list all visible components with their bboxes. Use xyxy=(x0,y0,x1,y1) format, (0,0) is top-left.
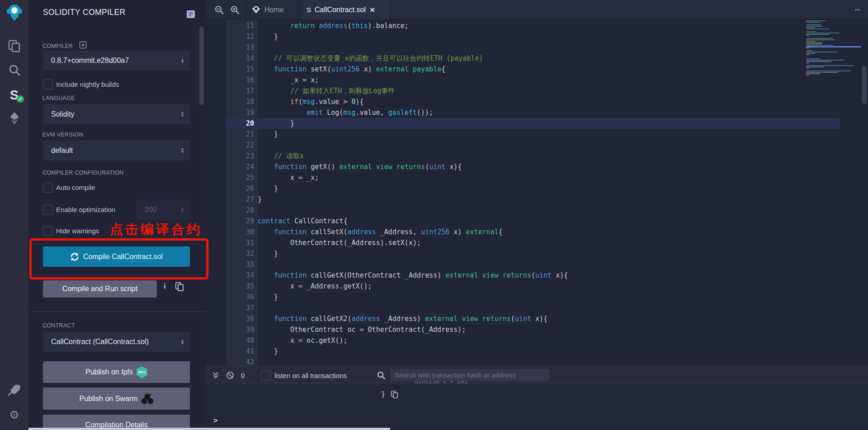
remix-logo-icon[interactable] xyxy=(0,3,28,23)
file-explorer-icon[interactable] xyxy=(0,40,28,52)
code-line[interactable]: 42 xyxy=(206,357,868,366)
code-line[interactable]: 21} xyxy=(206,129,868,140)
code-line[interactable]: 39OtherContract oc = OtherContract(_Addr… xyxy=(206,324,868,335)
compile-run-label: Compile and Run script xyxy=(62,285,137,293)
zoom-in-icon[interactable] xyxy=(231,5,240,16)
close-tab-icon[interactable]: × xyxy=(370,5,375,15)
plugin-manager-icon[interactable] xyxy=(0,383,28,396)
line-number: 22 xyxy=(226,140,254,151)
code-line[interactable]: 31OtherContract(_Address).setX(x); xyxy=(206,237,868,248)
code-editor[interactable]: 11return address(this).balance;12}1314//… xyxy=(206,19,868,366)
code-line[interactable]: 16_x = x; xyxy=(206,75,868,85)
clear-console-icon[interactable] xyxy=(226,367,234,384)
search-icon[interactable] xyxy=(0,64,28,76)
include-nightly-checkbox[interactable] xyxy=(43,80,53,90)
annotation-text: 点击编译合约 xyxy=(110,221,202,239)
code-line[interactable]: 38function callGetX2(address _Address) e… xyxy=(206,313,868,324)
code-line[interactable]: 19emit Log(msg.value, gasleft()); xyxy=(206,107,868,118)
info-icon[interactable]: i xyxy=(164,282,170,291)
publish-swarm-label: Publish on Swarm xyxy=(80,395,138,403)
evm-version-select[interactable]: default ▴▾ xyxy=(43,140,190,161)
evm-version-label: EVM VERSION xyxy=(42,132,83,138)
code-line[interactable]: 36} xyxy=(206,292,868,302)
minimap-line xyxy=(806,33,840,33)
solidity-file-icon: S xyxy=(307,6,311,14)
code-line[interactable]: 28 xyxy=(206,205,868,216)
swarm-cubes-icon xyxy=(142,393,153,404)
terminal-search-input[interactable] xyxy=(390,369,549,381)
code-line[interactable]: 26} xyxy=(206,183,868,194)
code-line[interactable]: 34function callGetX(OtherContract _Addre… xyxy=(206,270,868,281)
language-select[interactable]: Solidity ▴▾ xyxy=(43,104,190,124)
docs-icon[interactable] xyxy=(187,10,195,20)
code-line[interactable]: 29contract CallContract{ xyxy=(206,216,868,227)
publish-ipfs-button[interactable]: Publish on Ipfs IPFS xyxy=(43,361,190,383)
code-line[interactable]: 30function callSetX(address _Address, ui… xyxy=(206,227,868,237)
compiler-version-select[interactable]: 0.8.7+commit.e28d00a7 ▴▾ xyxy=(43,51,190,71)
expand-terminal-icon[interactable] xyxy=(212,367,219,384)
line-number: 42 xyxy=(226,357,254,366)
settings-gear-icon[interactable]: ⚙ xyxy=(0,408,28,421)
code-line[interactable]: 23// 读取x xyxy=(206,151,868,161)
code-line[interactable]: 24function getX() external view returns(… xyxy=(206,161,868,172)
auto-compile-checkbox[interactable] xyxy=(43,183,53,193)
hide-warnings-checkbox[interactable] xyxy=(43,226,53,236)
terminal-search-icon xyxy=(377,367,385,384)
listen-transactions-checkbox[interactable] xyxy=(261,371,271,381)
compiler-success-badge: ✓ xyxy=(17,95,24,103)
minimap-line xyxy=(806,62,809,63)
compiler-label: COMPILER xyxy=(42,43,73,49)
optimization-runs-input[interactable]: 200 ▴▾ xyxy=(137,199,190,220)
line-number: 40 xyxy=(226,335,254,346)
code-line[interactable]: 33 xyxy=(206,259,868,270)
code-line[interactable]: 20} xyxy=(206,118,868,129)
line-number: 33 xyxy=(226,259,254,270)
minimap-line xyxy=(806,53,816,54)
editor-scrollbar[interactable] xyxy=(862,66,867,104)
minimap-line xyxy=(806,47,809,48)
copy-output-icon[interactable] xyxy=(391,391,398,400)
line-number: 32 xyxy=(226,248,254,259)
code-line[interactable]: 15function setX(uint256 x) external paya… xyxy=(206,64,868,75)
bottom-scrollbar-strip[interactable] xyxy=(28,428,390,430)
code-line[interactable]: 14// 可以调整状态变量_x的函数，并且可以往合约转ETH (payable) xyxy=(206,53,868,64)
resize-panes-icon[interactable]: ↔ xyxy=(853,4,862,14)
zoom-out-icon[interactable] xyxy=(215,5,224,16)
solidity-compiler-icon[interactable]: S ✓ xyxy=(0,87,28,103)
code-line[interactable]: 22 xyxy=(206,140,868,151)
enable-optimization-checkbox[interactable] xyxy=(43,205,53,215)
add-compiler-icon[interactable]: + xyxy=(80,42,86,48)
terminal-prompt[interactable]: > xyxy=(213,416,218,425)
contract-select[interactable]: CallContract (CallContract.sol) ▴▾ xyxy=(43,332,190,352)
solidity-compiler-panel: SOLIDITY COMPILER COMPILER + 0.8.7+commi… xyxy=(28,0,206,430)
line-number: 12 xyxy=(226,31,254,42)
code-line[interactable]: 17// 如果转入ETH，则释放Log事件 xyxy=(206,85,868,96)
minimap-line xyxy=(806,41,816,42)
code-line[interactable]: 35x = _Address.getX(); xyxy=(206,281,868,292)
code-line[interactable]: 13 xyxy=(206,42,868,53)
publish-swarm-button[interactable]: Publish on Swarm xyxy=(43,387,190,410)
line-number: 19 xyxy=(226,107,254,118)
code-line[interactable]: 40x = oc.getX(); xyxy=(206,335,868,346)
code-line[interactable]: 25x = _x; xyxy=(206,172,868,183)
minimap-line xyxy=(806,27,815,28)
deploy-run-icon[interactable] xyxy=(0,112,28,125)
code-line[interactable]: 27} xyxy=(206,194,868,205)
sidebar-scrollbar[interactable] xyxy=(199,26,204,105)
line-number: 21 xyxy=(226,129,254,140)
minimap[interactable] xyxy=(806,20,861,86)
copy-icon[interactable] xyxy=(175,282,184,293)
contract-label: CONTRACT xyxy=(42,322,75,329)
code-line[interactable]: 11return address(this).balance; xyxy=(206,20,868,31)
line-number: 17 xyxy=(226,85,254,96)
code-line[interactable]: 41} xyxy=(206,346,868,357)
code-line[interactable]: 12} xyxy=(206,31,868,42)
compile-run-button[interactable]: Compile and Run script xyxy=(43,280,157,298)
tab-home[interactable]: Home xyxy=(241,0,302,19)
minimap-line xyxy=(806,50,812,51)
tab-callcontract[interactable]: S CallContract.sol × xyxy=(302,0,389,19)
minimap-line xyxy=(806,75,809,76)
code-line[interactable]: 37 xyxy=(206,302,868,313)
code-line[interactable]: 32} xyxy=(206,248,868,259)
code-line[interactable]: 18if(msg.value > 0){ xyxy=(206,96,868,107)
